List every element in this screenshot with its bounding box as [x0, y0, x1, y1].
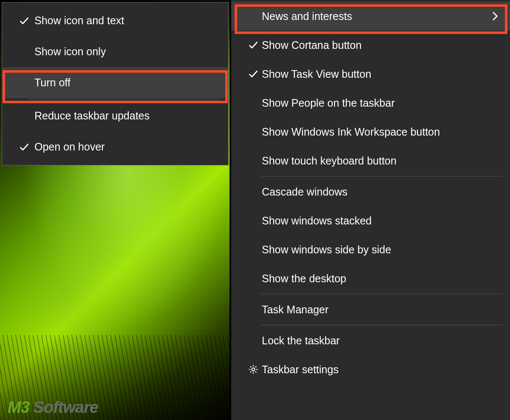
menu-item-label: Cascade windows: [262, 186, 502, 198]
news-interests-submenu[interactable]: Show icon and text Show icon only Turn o…: [2, 2, 229, 165]
menu-item-label: Taskbar settings: [262, 363, 502, 376]
menu-item-label: Show Task View button: [262, 68, 502, 80]
chevron-right-icon: [489, 11, 502, 22]
taskbar-context-menu[interactable]: News and interests Show Cortana button S…: [231, 0, 510, 420]
menu-item-label: Show icon and text: [34, 14, 220, 27]
menu-item-label: Show Windows Ink Workspace button: [262, 126, 502, 138]
menu-item-label: Show People on the taskbar: [262, 97, 502, 109]
menu-item-label: Show windows stacked: [262, 215, 502, 227]
menu-item-task-manager[interactable]: Task Manager: [231, 295, 510, 324]
watermark-logo: M3 Software: [8, 398, 98, 417]
watermark-prefix: M3: [8, 398, 29, 416]
menu-item-label: Turn off: [34, 77, 220, 89]
submenu-item-show-icon-and-text[interactable]: Show icon and text: [2, 5, 228, 36]
menu-item-label: Reduce taskbar updates: [34, 110, 220, 122]
submenu-item-reduce-taskbar-updates[interactable]: Reduce taskbar updates: [2, 100, 228, 131]
menu-item-label: Show icon only: [34, 45, 220, 58]
menu-item-label: News and interests: [262, 10, 489, 23]
menu-item-news-and-interests[interactable]: News and interests: [231, 2, 510, 31]
menu-item-show-people-on-taskbar[interactable]: Show People on the taskbar: [231, 88, 510, 117]
check-icon: [245, 40, 262, 51]
check-icon: [14, 142, 34, 153]
watermark-suffix: Software: [29, 398, 98, 416]
menu-item-label: Show Cortana button: [262, 39, 502, 51]
check-icon: [14, 15, 34, 26]
menu-item-label: Show touch keyboard button: [262, 155, 502, 167]
menu-item-show-cortana-button[interactable]: Show Cortana button: [231, 31, 510, 60]
menu-item-taskbar-settings[interactable]: Taskbar settings: [231, 355, 510, 384]
menu-item-show-task-view-button[interactable]: Show Task View button: [231, 60, 510, 88]
menu-item-label: Show the desktop: [262, 272, 502, 285]
svg-point-0: [252, 368, 255, 371]
menu-item-lock-the-taskbar[interactable]: Lock the taskbar: [231, 326, 510, 355]
menu-item-label: Open on hover: [34, 141, 220, 153]
submenu-item-open-on-hover[interactable]: Open on hover: [2, 131, 228, 162]
gear-icon: [245, 364, 262, 375]
menu-item-cascade-windows[interactable]: Cascade windows: [231, 177, 510, 206]
menu-item-show-windows-ink-workspace-button[interactable]: Show Windows Ink Workspace button: [231, 117, 510, 146]
menu-item-label: Task Manager: [262, 304, 502, 316]
submenu-item-show-icon-only[interactable]: Show icon only: [2, 36, 228, 67]
menu-separator: [28, 99, 221, 99]
menu-item-label: Show windows side by side: [262, 244, 502, 256]
menu-separator: [261, 325, 502, 325]
menu-separator: [261, 294, 502, 294]
menu-separator: [261, 176, 502, 176]
menu-item-label: Lock the taskbar: [262, 335, 502, 347]
menu-item-show-windows-stacked[interactable]: Show windows stacked: [231, 206, 510, 235]
check-icon: [245, 68, 262, 79]
submenu-item-turn-off[interactable]: Turn off: [2, 67, 228, 98]
menu-item-show-windows-side-by-side[interactable]: Show windows side by side: [231, 235, 510, 264]
menu-item-show-touch-keyboard-button[interactable]: Show touch keyboard button: [231, 146, 510, 175]
menu-item-show-the-desktop[interactable]: Show the desktop: [231, 264, 510, 293]
